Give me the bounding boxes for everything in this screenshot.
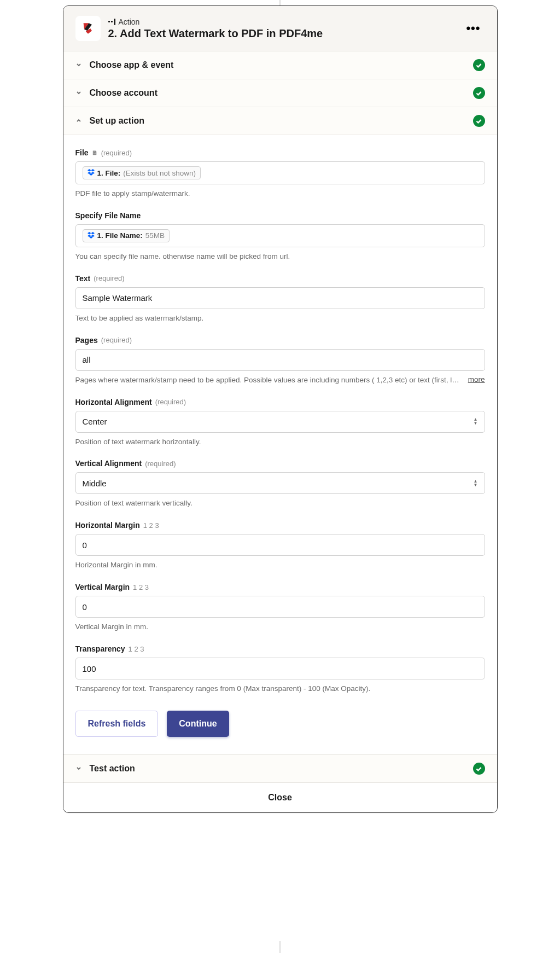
pill-value: (Exists but not shown) [123,169,196,177]
pages-value: all [83,355,91,364]
section-test[interactable]: Test action [63,755,497,783]
app-icon-pdf4me [75,16,101,41]
select-arrows-icon: ▲▼ [474,418,478,425]
setup-body: File 🗎 (required) 1. File: (Exists but n… [63,135,497,755]
hmargin-input[interactable]: 0 [75,534,485,556]
field-valign: Vertical Alignment (required) Middle ▲▼ … [75,459,485,509]
field-file: File 🗎 (required) 1. File: (Exists but n… [75,148,485,199]
action-type-icon [108,19,115,25]
help-text: Text to be applied as watermark/stamp. [75,313,485,324]
section-account[interactable]: Choose account [63,79,497,107]
help-text: Transparency for text. Transparency rang… [75,684,485,694]
chevron-down-icon [75,89,84,97]
pages-input[interactable]: all [75,349,485,371]
complete-check-icon [473,763,485,775]
field-label-text: Vertical Margin [75,583,130,591]
dropbox-icon [88,168,95,177]
field-label-text: File [75,148,89,157]
help-text: Position of text watermark horizontally. [75,437,485,448]
complete-check-icon [473,59,485,71]
help-text: Position of text watermark vertically. [75,498,485,509]
field-label-text: Text [75,274,91,283]
section-label: Choose account [90,88,473,98]
dropbox-icon [88,231,95,240]
help-text: Vertical Margin in mm. [75,622,485,632]
chevron-down-icon [75,765,84,772]
valign-select[interactable]: Middle ▲▼ [75,472,485,494]
header-eyebrow: Action [108,18,454,26]
numeric-hint: 1 2 3 [133,583,149,591]
required-tag: (required) [101,336,132,344]
complete-check-icon [473,115,485,127]
mapped-value-pill[interactable]: 1. File Name: 55MB [83,229,170,242]
required-tag: (required) [155,398,186,406]
numeric-hint: 1 2 3 [129,645,144,653]
refresh-fields-button[interactable]: Refresh fields [75,711,159,737]
section-label: Test action [90,764,473,774]
more-link[interactable]: more [468,375,485,383]
halign-value: Center [83,417,107,426]
valign-value: Middle [83,479,107,488]
panel-header: Action 2. Add Text Watermark to PDF in P… [63,6,497,51]
field-hmargin: Horizontal Margin 1 2 3 0 Horizontal Mar… [75,521,485,571]
more-options-button[interactable]: ••• [462,19,485,38]
file-type-icon: 🗎 [92,149,98,156]
pill-value: 55MB [145,231,165,240]
help-text: Pages where watermark/stamp need to be a… [75,375,462,386]
section-setup[interactable]: Set up action [63,107,497,135]
required-tag: (required) [145,460,176,468]
help-text: PDF file to apply stamp/watermark. [75,189,485,199]
field-text: Text (required) Sample Watermark Text to… [75,274,485,324]
field-filename: Specify File Name 1. File Name: 55MB You… [75,211,485,262]
field-halign: Horizontal Alignment (required) Center ▲… [75,398,485,448]
action-panel: Action 2. Add Text Watermark to PDF in P… [63,5,498,813]
section-app-event[interactable]: Choose app & event [63,51,497,79]
field-label-text: Horizontal Margin [75,521,140,530]
field-label-text: Horizontal Alignment [75,398,152,406]
pill-prefix: 1. File Name: [97,231,143,240]
text-value: Sample Watermark [83,293,153,303]
continue-button[interactable]: Continue [167,711,229,737]
field-label-text: Specify File Name [75,211,141,220]
halign-select[interactable]: Center ▲▼ [75,411,485,433]
field-label-text: Pages [75,336,98,345]
vmargin-input[interactable]: 0 [75,596,485,618]
required-tag: (required) [94,274,124,282]
transparency-value: 100 [83,664,96,673]
help-text: Horizontal Margin in mm. [75,560,485,571]
field-label-text: Transparency [75,644,125,653]
filename-input[interactable]: 1. File Name: 55MB [75,224,485,247]
field-transparency: Transparency 1 2 3 100 Transparency for … [75,644,485,694]
action-buttons: Refresh fields Continue [75,711,485,737]
complete-check-icon [473,87,485,99]
transparency-input[interactable]: 100 [75,658,485,679]
section-label: Choose app & event [90,60,473,70]
file-input[interactable]: 1. File: (Exists but not shown) [75,161,485,184]
vmargin-value: 0 [83,602,87,612]
field-pages: Pages (required) all Pages where waterma… [75,336,485,386]
field-label-text: Vertical Alignment [75,459,142,468]
hmargin-value: 0 [83,541,87,550]
select-arrows-icon: ▲▼ [474,480,478,487]
text-input[interactable]: Sample Watermark [75,287,485,309]
section-label: Set up action [90,116,473,126]
panel-title: 2. Add Text Watermark to PDF in PDF4me [108,27,454,40]
required-tag: (required) [101,149,132,157]
numeric-hint: 1 2 3 [143,521,159,530]
chevron-down-icon [75,61,84,69]
mapped-value-pill[interactable]: 1. File: (Exists but not shown) [83,166,201,179]
pill-prefix: 1. File: [97,169,121,177]
field-vmargin: Vertical Margin 1 2 3 0 Vertical Margin … [75,583,485,632]
help-text: You can specify file name. otherwise nam… [75,252,485,262]
chevron-up-icon [75,117,84,125]
eyebrow-text: Action [119,18,140,26]
close-button[interactable]: Close [63,783,497,812]
